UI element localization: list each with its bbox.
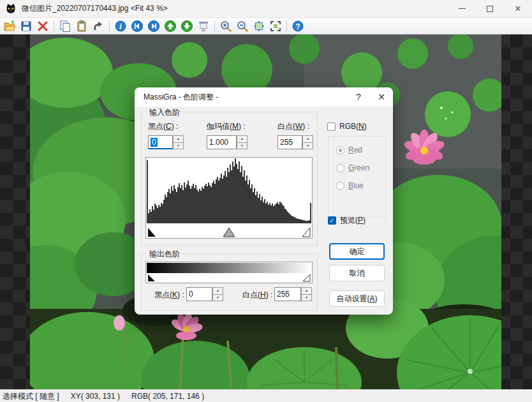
output-white-spin-down[interactable]: ▼	[301, 294, 312, 302]
levels-dialog: MassiGra - 色阶调整 - ? ✕ 输入色阶 黑点(C) : 伽玛值(M…	[135, 87, 393, 315]
radio-red-circle	[336, 146, 344, 154]
output-gradient-bar	[147, 263, 311, 273]
input-levels-legend: 输入色阶	[147, 107, 182, 118]
slideshow-button[interactable]	[195, 19, 212, 34]
output-white-spin-up[interactable]: ▲	[301, 287, 312, 294]
fit-window-button[interactable]	[251, 19, 267, 34]
radio-red[interactable]: Red	[336, 145, 362, 154]
black-point-spin-down[interactable]: ▼	[173, 142, 184, 150]
help-icon: ?	[292, 20, 304, 33]
output-gradient-panel	[145, 262, 313, 283]
channel-radio-group: Red Green Blue	[328, 136, 386, 218]
cancel-button[interactable]: 取消	[329, 265, 385, 281]
output-black-spin-down[interactable]: ▼	[212, 294, 223, 302]
input-levels-group: 输入色阶 黑点(C) : 伽玛值(M) : 白点(W) : 0 ▲▼ 1.000…	[141, 112, 318, 246]
svg-text:?: ?	[295, 22, 300, 31]
window-titlebar: 微信图片_20220707170443.jpg <Fit 43 %> ✕	[0, 0, 532, 18]
white-point-input[interactable]: 255	[277, 135, 302, 149]
input-gamma-slider-handle[interactable]	[223, 228, 235, 237]
input-white-slider-handle[interactable]	[302, 228, 310, 237]
slideshow-icon	[197, 20, 210, 33]
prev-icon	[131, 20, 144, 33]
preview-checkbox[interactable]: ✓ 预览(P)	[328, 215, 366, 226]
radio-blue-circle	[336, 182, 344, 190]
maximize-icon	[487, 6, 493, 12]
undo-button[interactable]	[90, 19, 107, 34]
gamma-label: 伽玛值(M) :	[207, 121, 246, 132]
next-button[interactable]	[145, 19, 162, 34]
radio-green-circle	[336, 164, 344, 172]
gamma-spin-down[interactable]: ▼	[237, 142, 248, 150]
zoom-out-button[interactable]	[234, 19, 251, 34]
output-white-input[interactable]: 255	[274, 287, 301, 301]
undo-icon	[92, 20, 105, 33]
auto-settings-button[interactable]: 自动设置(A)	[329, 290, 385, 307]
app-window: 微信图片_20220707170443.jpg <Fit 43 %> ✕ i?	[0, 0, 532, 402]
output-black-spin-up[interactable]: ▲	[212, 287, 223, 294]
fit-window-icon	[253, 20, 265, 33]
maximize-button[interactable]	[476, 0, 504, 17]
black-point-label: 黑点(C) :	[148, 121, 178, 132]
black-point-spin-up[interactable]: ▲	[173, 135, 184, 142]
preview-checkbox-box: ✓	[328, 216, 336, 225]
app-cat-icon	[5, 3, 17, 15]
output-level-sliders	[147, 273, 311, 282]
ok-button[interactable]: 确定	[329, 243, 385, 260]
output-white-slider-handle[interactable]	[303, 274, 310, 281]
histogram-panel	[145, 157, 313, 239]
delete-icon	[36, 20, 49, 33]
histogram-chart	[147, 158, 311, 223]
toolbar-separator	[54, 20, 54, 32]
save-button[interactable]	[18, 19, 34, 34]
prev-button[interactable]	[129, 19, 145, 34]
close-button[interactable]: ✕	[504, 0, 532, 17]
output-black-slider-handle[interactable]	[148, 274, 155, 281]
output-levels-group: 输出色阶 黑点(K) : 0 ▲▼ 白点(H) : 255 ▲▼	[141, 253, 318, 311]
white-point-spin-down[interactable]: ▼	[302, 142, 313, 150]
gamma-spin-up[interactable]: ▲	[237, 135, 248, 142]
status-mode: 选择模式 [ 随意 ]	[3, 391, 59, 402]
dialog-body: 输入色阶 黑点(C) : 伽玛值(M) : 白点(W) : 0 ▲▼ 1.000…	[135, 107, 393, 315]
white-point-spin-up[interactable]: ▲	[302, 135, 313, 142]
fullscreen-button[interactable]	[267, 19, 284, 34]
info-icon: i	[114, 20, 127, 33]
output-black-spinner: ▲▼	[212, 287, 223, 301]
gamma-spinner: ▲▼	[237, 135, 248, 149]
radio-blue[interactable]: Blue	[336, 181, 364, 190]
preview-checkbox-label: 预览(P)	[340, 215, 366, 226]
radio-green[interactable]: Green	[336, 163, 369, 172]
toolbar-separator	[109, 20, 110, 32]
dialog-help-button[interactable]: ?	[347, 87, 370, 107]
gamma-input[interactable]: 1.000	[207, 135, 237, 149]
down-button[interactable]	[179, 19, 195, 34]
paste-button[interactable]	[73, 19, 90, 34]
input-black-slider-handle[interactable]	[148, 228, 156, 237]
white-point-label: 白点(W) :	[277, 121, 309, 132]
white-point-spinner: ▲▼	[302, 135, 313, 149]
rgb-checkbox[interactable]: RGB(N)	[327, 122, 367, 131]
up-button[interactable]	[162, 19, 179, 34]
down-icon	[181, 20, 193, 33]
output-black-label: 黑点(K) :	[154, 290, 184, 301]
copy-icon	[59, 20, 71, 33]
output-black-input[interactable]: 0	[186, 287, 212, 301]
dialog-close-button[interactable]: ✕	[370, 87, 393, 107]
copy-button[interactable]	[57, 19, 73, 34]
info-button[interactable]: i	[112, 19, 129, 34]
zoom-in-button[interactable]	[218, 19, 234, 34]
minimize-button[interactable]	[448, 0, 476, 17]
window-title: 微信图片_20220707170443.jpg <Fit 43 %>	[22, 3, 168, 14]
delete-button[interactable]	[34, 19, 51, 34]
black-point-input[interactable]: 0	[148, 135, 173, 149]
output-levels-legend: 输出色阶	[147, 249, 182, 260]
help-button[interactable]: ?	[290, 19, 306, 34]
dialog-title: MassiGra - 色阶调整 -	[144, 92, 347, 103]
dialog-titlebar: MassiGra - 色阶调整 - ? ✕	[135, 87, 393, 107]
open-icon	[3, 20, 16, 33]
open-button[interactable]	[1, 19, 18, 34]
image-viewport: MassiGra - 色阶调整 - ? ✕ 输入色阶 黑点(C) : 伽玛值(M…	[0, 34, 532, 389]
close-icon: ✕	[515, 4, 522, 13]
zoom-in-icon	[219, 20, 232, 33]
zoom-out-icon	[236, 20, 249, 33]
minimize-icon	[459, 8, 466, 9]
